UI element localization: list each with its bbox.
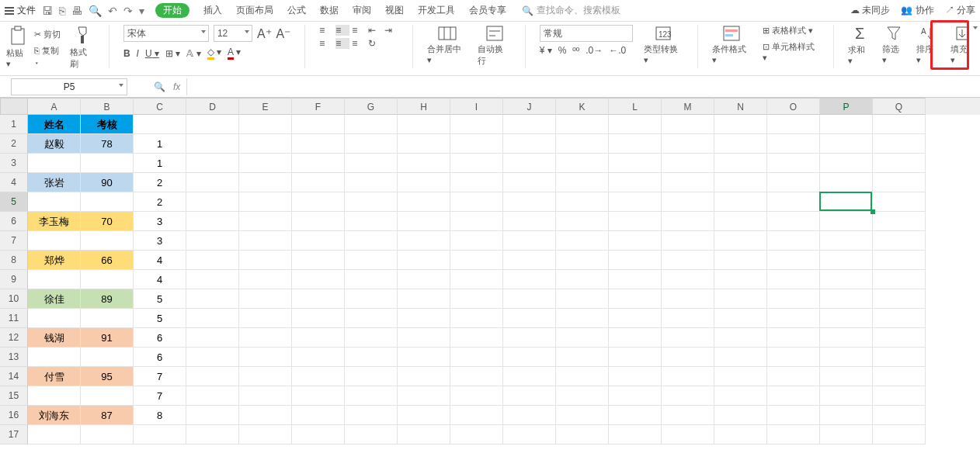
cell-L13[interactable] (609, 348, 662, 367)
cell-C1[interactable] (134, 115, 186, 134)
cell-I9[interactable] (450, 270, 503, 289)
col-header-D[interactable]: D (186, 98, 239, 115)
cell-G15[interactable] (345, 386, 398, 406)
cell-I10[interactable] (450, 289, 503, 309)
cell-E12[interactable] (239, 328, 292, 348)
cell-F3[interactable] (292, 154, 345, 173)
cell-O17[interactable] (767, 425, 820, 445)
cell-E9[interactable] (239, 270, 292, 289)
filter-button[interactable]: 筛选 ▾ (882, 25, 905, 65)
cell-K5[interactable] (556, 192, 609, 212)
fx-label[interactable]: fx (173, 81, 180, 92)
cell-O3[interactable] (767, 154, 820, 173)
command-search[interactable]: 🔍 查找命令、搜索模板 (522, 4, 620, 17)
cell-E6[interactable] (239, 212, 292, 231)
cell-G13[interactable] (345, 348, 398, 367)
cell-K4[interactable] (556, 173, 609, 192)
align-right[interactable]: ≡ (352, 38, 366, 49)
cell-F15[interactable] (292, 386, 345, 406)
cell-A8[interactable]: 郑烨 (28, 251, 81, 270)
comma-button[interactable]: ºº (572, 45, 579, 56)
cell-F9[interactable] (292, 270, 345, 289)
merge-center[interactable]: 合并居中 ▾ (427, 25, 467, 65)
cell-K6[interactable] (556, 212, 609, 231)
cell-A1[interactable]: 姓名 (28, 115, 81, 134)
cell-H6[interactable] (398, 212, 450, 231)
format-painter[interactable]: 格式刷 (70, 25, 95, 70)
cell-J14[interactable] (503, 367, 556, 386)
cell-B4[interactable]: 90 (81, 173, 134, 192)
cell-H10[interactable] (398, 289, 450, 309)
cell-P14[interactable] (820, 367, 873, 386)
cell-G9[interactable] (345, 270, 398, 289)
cell-F2[interactable] (292, 134, 345, 154)
cell-L3[interactable] (609, 154, 662, 173)
cell-O16[interactable] (767, 406, 820, 425)
cell-D11[interactable] (186, 309, 239, 328)
cell-J4[interactable] (503, 173, 556, 192)
cell-B1[interactable]: 考核 (81, 115, 134, 134)
cell-A11[interactable] (28, 309, 81, 328)
cell-N5[interactable] (714, 192, 767, 212)
row-header[interactable]: 5 (0, 192, 28, 212)
col-header-B[interactable]: B (81, 98, 134, 115)
cell-D9[interactable] (186, 270, 239, 289)
cut-button[interactable]: ✂ 剪切 (34, 29, 65, 40)
cell-N16[interactable] (714, 406, 767, 425)
tab-data[interactable]: 数据 (320, 4, 339, 17)
cell-J17[interactable] (503, 425, 556, 445)
cell-D17[interactable] (186, 425, 239, 445)
select-all-corner[interactable] (0, 98, 28, 115)
cell-Q9[interactable] (873, 270, 926, 289)
cell-E16[interactable] (239, 406, 292, 425)
cell-C11[interactable]: 5 (134, 309, 186, 328)
cell-F10[interactable] (292, 289, 345, 309)
cell-P8[interactable] (820, 251, 873, 270)
cell-M7[interactable] (662, 231, 714, 251)
cell-O8[interactable] (767, 251, 820, 270)
cell-L7[interactable] (609, 231, 662, 251)
col-header-M[interactable]: M (662, 98, 714, 115)
dec-inc-button[interactable]: .0→ (586, 45, 603, 56)
cell-Q6[interactable] (873, 212, 926, 231)
col-header-J[interactable]: J (503, 98, 556, 115)
cell-A12[interactable]: 钱湖 (28, 328, 81, 348)
cell-N8[interactable] (714, 251, 767, 270)
type-convert[interactable]: 123 类型转换 ▾ (644, 25, 683, 65)
cell-Q1[interactable] (873, 115, 926, 134)
align-mid[interactable]: ≡ (335, 25, 349, 36)
cell-C15[interactable]: 7 (134, 386, 186, 406)
cell-J8[interactable] (503, 251, 556, 270)
cell-J2[interactable] (503, 134, 556, 154)
font-color-button[interactable]: A ▾ (228, 47, 241, 60)
cell-B5[interactable] (81, 192, 134, 212)
cell-F11[interactable] (292, 309, 345, 328)
cell-C13[interactable]: 6 (134, 348, 186, 367)
copy-button[interactable]: ⎘ 复制 ▾ (34, 45, 65, 66)
cell-M16[interactable] (662, 406, 714, 425)
tab-start[interactable]: 开始 (155, 3, 189, 18)
cell-Q4[interactable] (873, 173, 926, 192)
cell-C10[interactable]: 5 (134, 289, 186, 309)
cell-M2[interactable] (662, 134, 714, 154)
tab-layout[interactable]: 页面布局 (236, 4, 273, 17)
row-header[interactable]: 9 (0, 270, 28, 289)
print-icon[interactable]: 🖶 (71, 5, 82, 17)
cell-P13[interactable] (820, 348, 873, 367)
cell-I16[interactable] (450, 406, 503, 425)
cell-Q5[interactable] (873, 192, 926, 212)
cell-B2[interactable]: 78 (81, 134, 134, 154)
cell-L9[interactable] (609, 270, 662, 289)
cell-A5[interactable] (28, 192, 81, 212)
cell-A4[interactable]: 张岩 (28, 173, 81, 192)
paste-button[interactable]: 粘贴 ▾ (6, 26, 30, 69)
cell-N15[interactable] (714, 386, 767, 406)
cell-B3[interactable] (81, 154, 134, 173)
cell-F8[interactable] (292, 251, 345, 270)
cell-D12[interactable] (186, 328, 239, 348)
cell-L12[interactable] (609, 328, 662, 348)
cell-H15[interactable] (398, 386, 450, 406)
cell-Q3[interactable] (873, 154, 926, 173)
cell-O7[interactable] (767, 231, 820, 251)
cell-H11[interactable] (398, 309, 450, 328)
